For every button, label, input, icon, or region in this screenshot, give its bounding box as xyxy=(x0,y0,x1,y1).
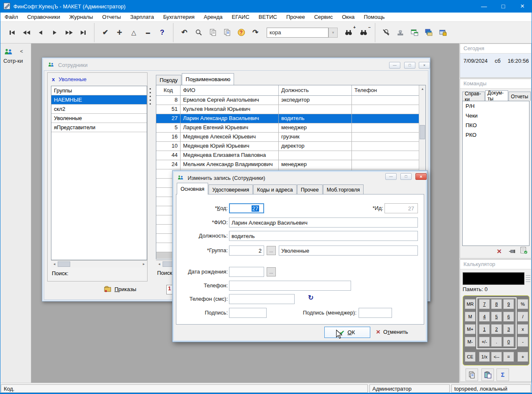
group-item[interactable]: Уволенные xyxy=(51,114,147,123)
column-header-position[interactable]: Должность xyxy=(279,85,352,95)
calc-key-6[interactable]: 6 xyxy=(503,312,514,322)
employees-restore-button[interactable]: □ xyxy=(404,62,415,69)
calc-key-percent[interactable]: % xyxy=(517,299,528,309)
group-item-selected[interactable]: НАЕМНЫЕ xyxy=(51,95,147,105)
menu-rent[interactable]: Аренда xyxy=(199,13,227,22)
search-input[interactable] xyxy=(267,28,328,38)
app-maximize-button[interactable]: □ xyxy=(494,0,513,13)
undo-button[interactable]: ↶ xyxy=(177,26,191,40)
calc-paste-button[interactable] xyxy=(481,368,494,381)
column-header-code[interactable]: Код xyxy=(156,85,181,95)
tab-by-code[interactable]: По коду xyxy=(156,75,181,85)
calc-key-dot[interactable]: . xyxy=(491,337,502,347)
copy-button[interactable] xyxy=(206,26,220,40)
dialog-minimize-button[interactable]: — xyxy=(385,173,397,180)
scroll-right-icon[interactable]: ▸ xyxy=(140,261,147,267)
prev-record-button[interactable] xyxy=(33,26,48,40)
groups-hscrollbar[interactable]: ◂ ▸ xyxy=(51,260,147,267)
find-prev-button[interactable]: − xyxy=(356,26,371,40)
edit-record-button[interactable]: △ xyxy=(127,26,141,40)
table-row[interactable]: 24Мельник Александр Владимировичменеджер xyxy=(156,160,425,169)
calc-key-backspace[interactable]: <-- xyxy=(491,352,502,362)
group-name-input[interactable] xyxy=(279,246,418,256)
menu-journals[interactable]: Журналы xyxy=(65,13,98,22)
tab-documents[interactable]: Докум-ты xyxy=(485,90,508,101)
employees-minimize-button[interactable]: — xyxy=(389,62,400,69)
find-next-button[interactable]: + xyxy=(341,26,356,40)
calc-key-multiply[interactable]: x xyxy=(517,324,528,334)
group-item[interactable]: яПредставители xyxy=(51,123,147,132)
phone-sms-input[interactable] xyxy=(229,294,295,304)
last-record-button[interactable] xyxy=(76,26,90,40)
menu-directories[interactable]: Справочники xyxy=(23,13,65,22)
calc-key-m[interactable]: M xyxy=(465,312,476,322)
calc-key-mminus[interactable]: M- xyxy=(465,337,476,347)
table-row[interactable]: 51Культев Николай Юрьевич xyxy=(156,105,425,114)
tab-mobile-trade[interactable]: Моб.торговля xyxy=(323,184,364,194)
employees-window-titlebar[interactable]: Сотрудники xyxy=(44,59,428,70)
menu-other[interactable]: Прочее xyxy=(282,13,310,22)
scroll-left-icon[interactable]: ◂ xyxy=(51,261,58,267)
table-row[interactable]: 44Медянцева Елизавета Павловна xyxy=(156,151,425,160)
menu-egais[interactable]: ЕГАИС xyxy=(227,13,254,22)
calc-key-0[interactable]: 0 xyxy=(503,337,514,347)
menu-accounting[interactable]: Бухгалтерия xyxy=(158,13,199,22)
calc-key-sign[interactable]: +/- xyxy=(479,337,490,347)
fast-next-button[interactable] xyxy=(62,26,76,40)
command-item[interactable]: РКО xyxy=(463,130,529,140)
calc-key-plus[interactable]: + xyxy=(517,352,528,362)
calc-key-8[interactable]: 8 xyxy=(491,299,502,309)
column-header-fio[interactable]: ФИО xyxy=(181,85,279,95)
tab-by-name[interactable]: По наименованию xyxy=(182,73,234,85)
delete-record-button[interactable]: ▬ xyxy=(141,26,155,40)
group-item[interactable]: Группы xyxy=(51,86,147,95)
context-help-button[interactable]: ? xyxy=(234,26,248,40)
group-browse-button[interactable]: ... xyxy=(267,246,276,255)
sidebar-collapse-button[interactable]: < xyxy=(20,49,23,54)
cancel-button[interactable]: × Отменить xyxy=(376,328,408,335)
tab-reports[interactable]: Отчеты xyxy=(509,92,531,101)
calc-key-ce[interactable]: CE xyxy=(465,352,476,362)
position-input[interactable] xyxy=(229,231,418,241)
dialog-close-button[interactable]: × xyxy=(415,173,427,180)
menu-windows[interactable]: Окна xyxy=(337,13,359,22)
app-close-button[interactable]: × xyxy=(513,0,532,13)
table-row[interactable]: 8Ермолов Сергей Анатольевичэкспедитор xyxy=(156,96,425,105)
orders-button[interactable]: Приказы xyxy=(104,286,136,292)
group-item[interactable]: скл2 xyxy=(51,105,147,114)
copy-special-button[interactable] xyxy=(220,26,234,40)
cascade-windows-button[interactable] xyxy=(422,26,436,40)
menu-service[interactable]: Сервис xyxy=(310,13,338,22)
birthdate-browse-button[interactable]: ... xyxy=(267,267,276,276)
tab-other[interactable]: Прочее xyxy=(297,184,323,194)
phone-input[interactable] xyxy=(229,281,351,291)
menu-reports[interactable]: Отчеты xyxy=(98,13,126,22)
table-row[interactable]: 10Медянцев Юрий Юрьевичдиректор xyxy=(156,142,425,151)
menu-vetis[interactable]: ВЕТИС xyxy=(254,13,282,22)
redo-button[interactable]: ↷ xyxy=(248,26,262,40)
table-row[interactable]: 16Медянцев Алексей Юрьевичгрузчик xyxy=(156,133,425,142)
scroll-up-icon[interactable]: ▴ xyxy=(419,85,426,92)
command-item[interactable]: ПКО xyxy=(463,120,529,130)
calc-key-1[interactable]: 1 xyxy=(479,324,490,334)
pin-button[interactable] xyxy=(509,248,516,256)
fio-input[interactable] xyxy=(229,217,418,228)
calc-key-9[interactable]: 9 xyxy=(503,299,514,309)
table-row-selected[interactable]: 27Ларин Александр Васильевичводитель xyxy=(156,114,425,123)
zoom-button[interactable] xyxy=(191,26,206,40)
calc-sum-button[interactable]: Σ xyxy=(496,368,509,381)
table-row[interactable]: 5Ларцев Евгений Юрьевичменеджер xyxy=(156,123,425,133)
panel-splitter[interactable] xyxy=(150,86,151,107)
dialog-restore-button[interactable]: □ xyxy=(400,173,412,180)
menu-file[interactable]: Файл xyxy=(0,13,23,22)
clear-filter-button[interactable]: х xyxy=(52,76,55,82)
display-grip[interactable] xyxy=(526,274,530,284)
calc-key-4[interactable]: 4 xyxy=(479,312,490,322)
confirm-button[interactable]: ✔ xyxy=(98,26,112,40)
app-minimize-button[interactable]: — xyxy=(474,0,494,13)
signature-input[interactable] xyxy=(229,308,267,318)
signature-manager-input[interactable] xyxy=(359,308,392,318)
sms-refresh-icon[interactable]: ↻ xyxy=(308,294,313,302)
employees-close-button[interactable]: × xyxy=(419,62,430,69)
scroll-thumb[interactable] xyxy=(58,261,70,267)
